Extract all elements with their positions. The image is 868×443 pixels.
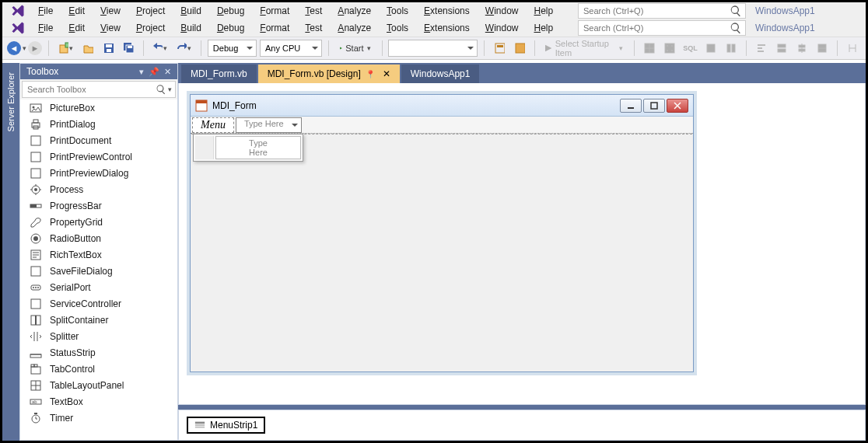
toolbox-item-radiobutton[interactable]: RadioButton <box>20 230 177 246</box>
toolbox-item-label: SaveFileDialog <box>50 266 113 277</box>
menu-debug[interactable]: Debug <box>209 21 252 35</box>
vs-logo-icon <box>5 2 30 19</box>
menu-extensions[interactable]: Extensions <box>416 4 478 18</box>
panel-close-icon[interactable]: ✕ <box>164 67 171 77</box>
menu-window[interactable]: Window <box>478 21 527 35</box>
menu-analyze[interactable]: Analyze <box>330 21 379 35</box>
undo-button[interactable]: ▾ <box>149 40 170 57</box>
menu-help[interactable]: Help <box>526 4 561 18</box>
save-all-button[interactable] <box>120 40 137 57</box>
platform-combo[interactable]: Any CPU <box>260 40 322 57</box>
menu-view[interactable]: View <box>93 4 128 18</box>
panel-dropdown-icon[interactable]: ▾ <box>139 67 144 77</box>
design-surface[interactable]: MDI_Form Menu Type Here Type Here <box>178 83 866 405</box>
menu-view[interactable]: View <box>93 21 128 35</box>
toolbox-item-picturebox[interactable]: PictureBox <box>20 99 177 116</box>
toolbox-item-propertygrid[interactable]: PropertyGrid <box>20 214 177 230</box>
menu-file[interactable]: File <box>30 21 61 35</box>
new-project-button[interactable]: ▾ <box>55 40 76 57</box>
menu-project[interactable]: Project <box>128 21 173 35</box>
doc-tab[interactable]: MDI_Form.vb [Design]📍✕ <box>258 65 400 83</box>
menu-format[interactable]: Format <box>252 21 297 35</box>
start-label: Start <box>345 44 363 53</box>
server-explorer-tab[interactable]: Server Explorer <box>2 63 19 441</box>
config-combo[interactable]: Debug <box>208 40 257 57</box>
tray-menustrip1[interactable]: MenuStrip1 <box>187 417 265 434</box>
toolbox-item-serialport[interactable]: SerialPort <box>20 279 177 295</box>
toolbox-item-process[interactable]: Process <box>20 181 177 197</box>
menu-tools[interactable]: Tools <box>379 4 416 18</box>
search-input-2[interactable] <box>579 23 730 33</box>
menu-test[interactable]: Test <box>297 21 330 35</box>
toolbox-item-servicecontroller[interactable]: ServiceController <box>20 295 177 312</box>
toolbox-item-timer[interactable]: Timer <box>20 410 177 426</box>
savefiledialog-icon <box>30 265 42 277</box>
component-tray[interactable]: MenuStrip1 <box>178 410 866 441</box>
doc-tab[interactable]: WindowsApp1 <box>401 65 480 83</box>
toolbox-item-tablelayoutpanel[interactable]: TableLayoutPanel <box>20 377 177 393</box>
toolbox-search[interactable]: ▾ <box>22 81 176 98</box>
toolbox-item-printpreviewdialog[interactable]: PrintPreviewDialog <box>20 165 177 181</box>
menu-edit[interactable]: Edit <box>61 21 93 35</box>
toolbox-item-statusstrip[interactable]: StatusStrip <box>20 344 177 361</box>
menu-help[interactable]: Help <box>526 21 561 35</box>
toolbox-item-splitcontainer[interactable]: SplitContainer <box>20 312 177 328</box>
form-titlebar[interactable]: MDI_Form <box>191 95 693 117</box>
toolbox-item-textbox[interactable]: abTextBox <box>20 393 177 410</box>
menu-edit[interactable]: Edit <box>61 4 93 18</box>
align-button-2 <box>773 40 790 57</box>
toolbox-item-savefiledialog[interactable]: SaveFileDialog <box>20 263 177 279</box>
doc-tool-button-2[interactable] <box>511 40 528 57</box>
toolbox-item-printdialog[interactable]: PrintDialog <box>20 116 177 132</box>
menu-test[interactable]: Test <box>297 4 330 18</box>
type-here-top[interactable]: Type Here <box>236 117 302 133</box>
open-button[interactable] <box>79 40 96 57</box>
toolbox-item-progressbar[interactable]: ProgressBar <box>20 197 177 214</box>
menu-build[interactable]: Build <box>173 4 209 18</box>
svg-rect-1 <box>65 43 68 47</box>
toolbox-item-splitter[interactable]: Splitter <box>20 328 177 344</box>
menu-tools[interactable]: Tools <box>379 21 416 35</box>
toolbox-item-label: PictureBox <box>50 103 95 113</box>
svg-point-62 <box>35 287 37 288</box>
menu-analyze[interactable]: Analyze <box>330 4 379 18</box>
maximize-button[interactable] <box>643 99 665 113</box>
doc-tab-label: WindowsApp1 <box>411 68 471 79</box>
toolbox-item-label: RadioButton <box>50 233 101 244</box>
panel-pin-icon[interactable]: 📌 <box>149 67 159 77</box>
toolbox-search-input[interactable] <box>23 85 156 94</box>
search-input-1[interactable] <box>579 6 730 16</box>
close-button[interactable] <box>667 99 688 113</box>
save-button[interactable] <box>100 40 117 57</box>
startup-item-button[interactable]: Select Startup Item ▾ <box>541 40 627 57</box>
toolbox-item-label: ServiceController <box>50 298 121 309</box>
quick-launch-search-2[interactable] <box>578 20 746 36</box>
doc-tab[interactable]: MDI_Form.vb <box>181 65 257 83</box>
menu-debug[interactable]: Debug <box>209 4 252 18</box>
toolbox-item-richtextbox[interactable]: RichTextBox <box>20 246 177 263</box>
toolbox-item-printdocument[interactable]: PrintDocument <box>20 132 177 148</box>
menu-project[interactable]: Project <box>128 4 173 18</box>
form-window[interactable]: MDI_Form Menu Type Here Type Here <box>190 94 694 372</box>
menu-item-menu[interactable]: Menu <box>192 117 234 133</box>
start-button[interactable]: Start ▾ <box>335 40 375 57</box>
nav-back-icon[interactable]: ◄ <box>7 41 21 55</box>
menu-build[interactable]: Build <box>173 21 209 35</box>
toolbox-list[interactable]: PictureBoxPrintDialogPrintDocumentPrintP… <box>20 99 177 440</box>
menustrip[interactable]: Menu Type Here <box>191 117 693 134</box>
doc-tool-button-1[interactable] <box>491 40 508 57</box>
toolbox-item-tabcontrol[interactable]: TabControl <box>20 361 177 377</box>
attach-target-combo[interactable] <box>388 40 477 57</box>
menu-format[interactable]: Format <box>252 4 297 18</box>
minimize-button[interactable] <box>620 99 642 113</box>
menu-window[interactable]: Window <box>478 4 527 18</box>
menu-file[interactable]: File <box>30 4 61 18</box>
pin-icon[interactable]: 📍 <box>366 70 375 78</box>
menu-extensions[interactable]: Extensions <box>416 21 478 35</box>
toolbox-item-printpreviewcontrol[interactable]: PrintPreviewControl <box>20 148 177 165</box>
close-icon[interactable]: ✕ <box>383 68 390 79</box>
quick-launch-search-1[interactable] <box>578 3 746 19</box>
redo-button[interactable]: ▾ <box>173 40 194 57</box>
nav-back-forward[interactable]: ◄ ▾ ► <box>7 40 42 56</box>
solution-name-2: WindowsApp1 <box>749 21 866 35</box>
